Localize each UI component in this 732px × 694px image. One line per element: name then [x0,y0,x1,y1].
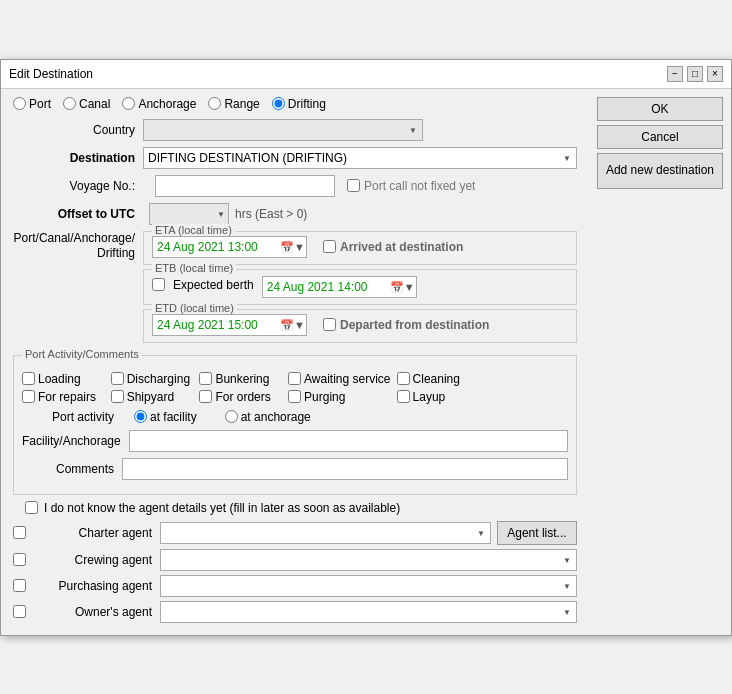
port-canal-section: Port/Canal/Anchorage/Drifting ETA (local… [13,231,577,347]
idk-agent-label: I do not know the agent details yet (fil… [44,501,400,515]
country-select[interactable] [143,119,423,141]
comments-input[interactable] [122,458,568,480]
cancel-button[interactable]: Cancel [597,125,723,149]
owners-agent-checkbox[interactable] [13,605,26,618]
label-port: Port [29,97,51,111]
port-activity-section: Port Activity/Comments Loading Dischargi… [13,355,577,495]
radio-canal[interactable] [63,97,76,110]
facility-anchorage-row: Facility/Anchorage [22,430,568,452]
port-call-fixed-row: Port call not fixed yet [347,179,475,193]
radio-at-anchorage[interactable] [225,410,238,423]
eta-calendar-icon[interactable]: 📅▼ [280,240,305,253]
purchasing-agent-checkbox[interactable] [13,579,26,592]
checkbox-cleaning[interactable] [397,372,410,385]
radio-anchorage[interactable] [122,97,135,110]
charter-agent-label: Charter agent [30,526,160,540]
etd-input-wrapper: 📅▼ [152,314,307,336]
type-range[interactable]: Range [208,97,259,111]
expected-berth-section: Expected berth [152,278,254,292]
at-facility-radio[interactable]: at facility [134,410,197,424]
content-area: Port Canal Anchorage Range Drifting [1,89,731,635]
type-anchorage[interactable]: Anchorage [122,97,196,111]
radio-range[interactable] [208,97,221,110]
ok-button[interactable]: OK [597,97,723,121]
crewing-agent-row: Crewing agent [13,549,577,571]
etb-input-wrapper: 📅▼ [262,276,417,298]
activity-discharging: Discharging [111,372,194,386]
country-label: Country [13,123,143,137]
owners-agent-select[interactable] [160,601,577,623]
type-port[interactable]: Port [13,97,51,111]
checkbox-purging[interactable] [288,390,301,403]
at-facility-label: at facility [150,410,197,424]
at-anchorage-label: at anchorage [241,410,311,424]
port-canal-label: Port/Canal/Anchorage/Drifting [13,231,143,347]
date-sections: ETA (local time) 📅▼ Arrived at destinati… [143,231,577,347]
offset-select[interactable] [149,203,229,225]
checkbox-awaiting-service[interactable] [288,372,301,385]
activity-legend: Port Activity/Comments [22,348,142,360]
activity-cleaning: Cleaning [397,372,480,386]
label-drifting: Drifting [288,97,326,111]
purchasing-agent-select[interactable] [160,575,577,597]
offset-row: Offset to UTC hrs (East > 0) [13,203,577,225]
crewing-agent-checkbox[interactable] [13,553,26,566]
checkbox-for-repairs[interactable] [22,390,35,403]
minimize-button[interactable]: − [667,66,683,82]
purchasing-agent-select-wrapper [160,575,577,597]
checkbox-loading[interactable] [22,372,35,385]
port-call-checkbox[interactable] [347,179,360,192]
label-awaiting-service: Awaiting service [304,372,390,386]
destination-label: Destination [13,151,143,165]
checkbox-layup[interactable] [397,390,410,403]
maximize-button[interactable]: □ [687,66,703,82]
expected-berth-label: Expected berth [173,278,254,292]
checkbox-for-orders[interactable] [199,390,212,403]
edit-destination-window: Edit Destination − □ × Port Canal [0,59,732,636]
etd-departed-row: 📅▼ Departed from destination [152,314,568,336]
agent-section: Charter agent Agent list... Crewing agen… [13,521,577,623]
owners-agent-select-wrapper [160,601,577,623]
main-form: Port Canal Anchorage Range Drifting [1,89,589,635]
activity-checkboxes: Loading Discharging Bunkering Await [22,372,568,480]
charter-agent-checkbox[interactable] [13,526,26,539]
radio-port[interactable] [13,97,26,110]
arrived-label: Arrived at destination [340,240,463,254]
agent-list-button[interactable]: Agent list... [497,521,577,545]
arrived-checkbox[interactable] [323,240,336,253]
label-for-orders: For orders [215,390,270,404]
add-new-destination-button[interactable]: Add new destination [597,153,723,189]
activity-loading: Loading [22,372,105,386]
voyage-no-label: Voyage No.: [13,179,143,193]
radio-at-facility[interactable] [134,410,147,423]
offset-hint: hrs (East > 0) [235,207,307,221]
voyage-no-input[interactable] [155,175,335,197]
comments-label: Comments [22,462,122,476]
at-anchorage-radio[interactable]: at anchorage [225,410,311,424]
departed-checkbox[interactable] [323,318,336,331]
type-canal[interactable]: Canal [63,97,110,111]
activity-grid-row1: Loading Discharging Bunkering Await [22,372,568,404]
radio-drifting[interactable] [272,97,285,110]
departed-label: Departed from destination [340,318,489,332]
destination-select[interactable]: DIFTING DESTINATION (DRIFTING) [143,147,577,169]
label-cleaning: Cleaning [413,372,460,386]
idk-agent-checkbox[interactable] [25,501,38,514]
crewing-agent-select[interactable] [160,549,577,571]
crewing-agent-label: Crewing agent [30,553,160,567]
label-loading: Loading [38,372,81,386]
window-title: Edit Destination [9,67,93,81]
close-button[interactable]: × [707,66,723,82]
type-drifting[interactable]: Drifting [272,97,326,111]
activity-purging: Purging [288,390,390,404]
checkbox-bunkering[interactable] [199,372,212,385]
checkbox-discharging[interactable] [111,372,124,385]
etb-calendar-icon[interactable]: 📅▼ [390,280,415,293]
etd-calendar-icon[interactable]: 📅▼ [280,318,305,331]
charter-agent-select[interactable] [160,522,491,544]
facility-anchorage-input[interactable] [129,430,568,452]
checkbox-shipyard[interactable] [111,390,124,403]
expected-berth-checkbox[interactable] [152,278,165,291]
etb-group: ETB (local time) Expected berth 📅▼ [143,269,577,305]
purchasing-agent-label: Purchasing agent [30,579,160,593]
